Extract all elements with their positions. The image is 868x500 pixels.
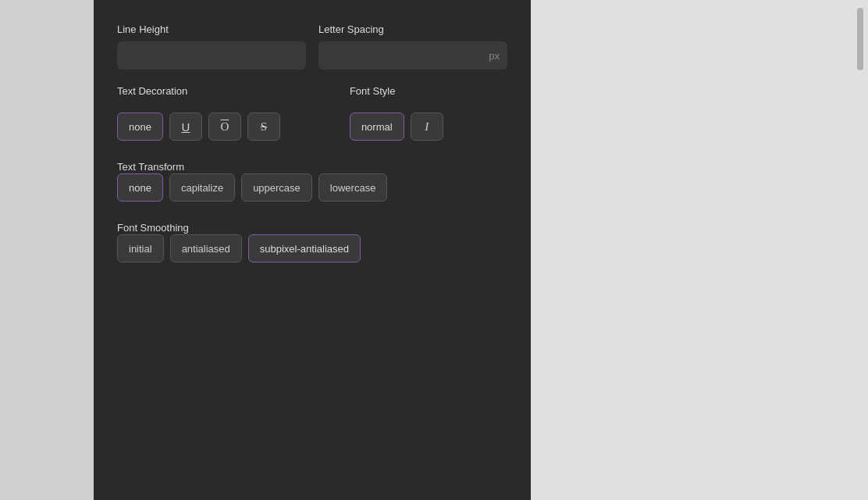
text-decoration-font-style-section: Text Decoration none U O S Font Style no… (117, 85, 507, 141)
text-decoration-strikethrough-btn[interactable]: S (247, 112, 280, 141)
font-style-normal-btn[interactable]: normal (350, 112, 404, 141)
text-decoration-underline-btn[interactable]: U (169, 112, 202, 141)
line-height-group: Line Height (117, 23, 306, 70)
font-smoothing-btn-group: initial antialiased subpixel-antialiased (117, 234, 507, 262)
line-height-letter-spacing-row: Line Height Letter Spacing px (117, 23, 507, 70)
left-panel (0, 0, 94, 500)
text-decoration-col: Text Decoration none U O S (117, 85, 334, 141)
font-smoothing-label: Font Smoothing (117, 222, 189, 234)
text-decoration-label: Text Decoration (117, 85, 334, 97)
text-decoration-btn-group: none U O S (117, 112, 334, 141)
text-transform-lowercase-btn[interactable]: lowercase (318, 173, 388, 202)
text-transform-capitalize-btn[interactable]: capitalize (169, 173, 235, 202)
main-panel: Line Height Letter Spacing px Text Decor… (94, 0, 531, 500)
font-style-col: Font Style normal I (350, 85, 507, 141)
text-transform-label: Text Transform (117, 161, 184, 173)
right-panel (531, 0, 868, 500)
font-style-label: Font Style (350, 85, 507, 97)
letter-spacing-label: Letter Spacing (318, 23, 507, 35)
font-smoothing-subpixel-btn[interactable]: subpixel-antialiased (248, 234, 361, 262)
font-smoothing-section: Font Smoothing initial antialiased subpi… (117, 220, 507, 262)
text-transform-btn-group: none capitalize uppercase lowercase (117, 173, 507, 202)
font-style-italic-btn[interactable]: I (411, 112, 443, 141)
text-decoration-none-btn[interactable]: none (117, 112, 163, 141)
text-decoration-overline-btn[interactable]: O (208, 112, 241, 141)
letter-spacing-input[interactable] (318, 41, 507, 70)
text-transform-uppercase-btn[interactable]: uppercase (241, 173, 312, 202)
text-transform-none-btn[interactable]: none (117, 173, 163, 202)
font-smoothing-initial-btn[interactable]: initial (117, 234, 164, 262)
line-height-input[interactable] (117, 41, 306, 70)
text-transform-section: Text Transform none capitalize uppercase… (117, 159, 507, 202)
letter-spacing-group: Letter Spacing px (318, 23, 507, 70)
font-smoothing-antialiased-btn[interactable]: antialiased (170, 234, 242, 262)
line-height-label: Line Height (117, 23, 306, 35)
letter-spacing-wrapper: px (318, 41, 507, 70)
font-style-btn-group: normal I (350, 112, 507, 141)
